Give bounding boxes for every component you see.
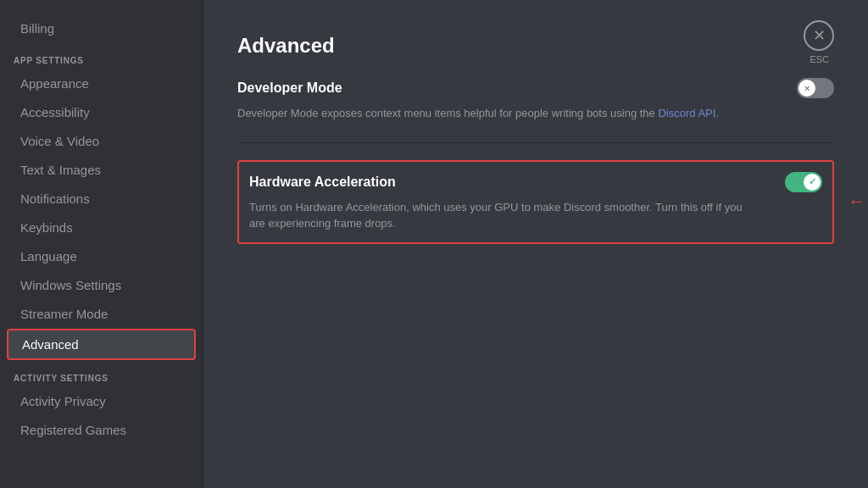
sidebar-item-advanced[interactable]: Advanced <box>7 329 196 360</box>
sidebar-item-activity-privacy[interactable]: Activity Privacy <box>7 387 196 415</box>
hardware-acceleration-setting: Hardware Acceleration ← Turns on Hardwar… <box>237 160 834 244</box>
sidebar-item-accessibility[interactable]: Accessibility <box>7 98 196 126</box>
sidebar-item-keybinds[interactable]: Keybinds <box>7 214 196 241</box>
sidebar-item-registered-games[interactable]: Registered Games <box>7 416 196 444</box>
esc-label: ESC <box>810 54 829 64</box>
divider <box>237 142 834 143</box>
developer-mode-toggle[interactable] <box>797 78 834 98</box>
developer-mode-description: Developer Mode exposes context menu item… <box>237 105 746 122</box>
sidebar-item-label: Text & Images <box>20 163 101 177</box>
sidebar-item-label: Language <box>20 249 77 263</box>
sidebar-item-windows-settings[interactable]: Windows Settings <box>7 271 196 299</box>
page-title: Advanced <box>237 34 834 58</box>
sidebar-item-notifications[interactable]: Notifications <box>7 185 196 213</box>
sidebar-item-label: Registered Games <box>20 423 126 437</box>
developer-mode-toggle-knob <box>798 80 815 97</box>
sidebar-item-label: Notifications <box>20 191 90 206</box>
sidebar-item-voice-video[interactable]: Voice & Video <box>7 127 196 155</box>
hardware-acceleration-header: Hardware Acceleration ← <box>249 172 822 192</box>
sidebar-item-label: Accessibility <box>20 105 90 119</box>
sidebar-item-label: Streamer Mode <box>20 307 108 321</box>
sidebar-item-label: Voice & Video <box>20 134 99 148</box>
developer-mode-setting: Developer Mode Developer Mode exposes co… <box>237 78 834 122</box>
sidebar-item-label: Windows Settings <box>20 278 121 292</box>
sidebar-item-label: Appearance <box>20 76 89 91</box>
sidebar-item-streamer-mode[interactable]: Streamer Mode <box>7 300 196 328</box>
arrow-indicator: ← <box>848 191 866 213</box>
developer-mode-label: Developer Mode <box>237 80 342 96</box>
sidebar-item-text-images[interactable]: Text & Images <box>7 156 196 184</box>
activity-settings-section: ACTIVITY SETTINGS <box>0 367 203 386</box>
hardware-acceleration-toggle[interactable] <box>785 172 822 192</box>
sidebar-item-label: Keybinds <box>20 220 73 235</box>
developer-mode-header: Developer Mode <box>237 78 834 98</box>
app-settings-section: APP SETTINGS <box>0 49 203 69</box>
close-button[interactable]: ✕ <box>804 20 834 51</box>
sidebar: Billing APP SETTINGS Appearance Accessib… <box>0 0 203 488</box>
hardware-acceleration-label: Hardware Acceleration <box>249 175 396 190</box>
sidebar-item-label: Advanced <box>22 337 79 352</box>
main-content: Advanced ✕ ESC Developer Mode Developer … <box>203 0 868 488</box>
sidebar-item-appearance[interactable]: Appearance <box>7 69 196 97</box>
sidebar-item-label: Billing <box>20 21 54 36</box>
hardware-acceleration-toggle-knob <box>804 174 821 191</box>
sidebar-item-billing[interactable]: Billing <box>7 14 196 42</box>
discord-api-link[interactable]: Discord API <box>658 107 715 119</box>
sidebar-item-language[interactable]: Language <box>7 242 196 270</box>
hardware-acceleration-description: Turns on Hardware Acceleration, which us… <box>249 199 758 232</box>
sidebar-item-label: Activity Privacy <box>20 394 106 408</box>
